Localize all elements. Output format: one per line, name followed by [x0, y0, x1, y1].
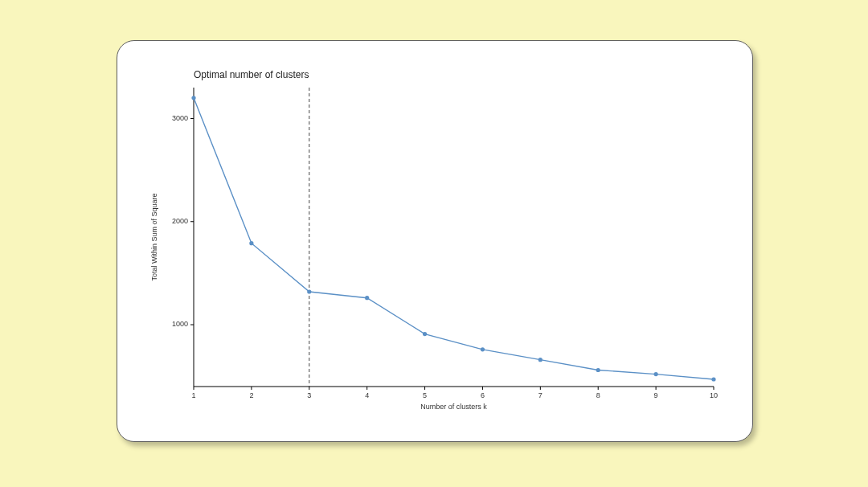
x-tick-label: 10: [710, 391, 718, 399]
x-tick-label: 4: [365, 391, 369, 399]
x-tick-label: 5: [423, 391, 427, 399]
chart-title: Optimal number of clusters: [194, 69, 309, 80]
data-point: [365, 296, 369, 300]
chart-card: Optimal number of clusters10002000300012…: [117, 40, 753, 442]
data-point: [596, 368, 600, 372]
x-tick-label: 9: [654, 391, 658, 399]
x-tick-label: 8: [596, 391, 600, 399]
data-point: [249, 241, 253, 245]
data-point: [423, 332, 427, 336]
data-point: [654, 372, 658, 376]
y-tick-label: 2000: [172, 217, 188, 225]
y-axis-label: Total Within Sum of Square: [150, 193, 158, 280]
x-tick-label: 3: [307, 391, 311, 399]
y-tick-label: 1000: [172, 320, 188, 328]
data-point: [711, 377, 715, 381]
x-axis-label: Number of clusters k: [420, 403, 487, 411]
x-tick-label: 6: [481, 391, 485, 399]
x-tick-label: 1: [191, 391, 195, 399]
x-tick-label: 2: [249, 391, 253, 399]
data-point: [481, 347, 485, 351]
data-line: [194, 98, 714, 379]
data-point: [191, 96, 195, 100]
data-point: [538, 358, 542, 362]
y-tick-label: 3000: [172, 114, 188, 122]
chart-plot: Optimal number of clusters10002000300012…: [141, 63, 728, 419]
data-point: [307, 289, 311, 293]
chart-svg: Optimal number of clusters10002000300012…: [141, 63, 728, 419]
x-tick-label: 7: [538, 391, 542, 399]
